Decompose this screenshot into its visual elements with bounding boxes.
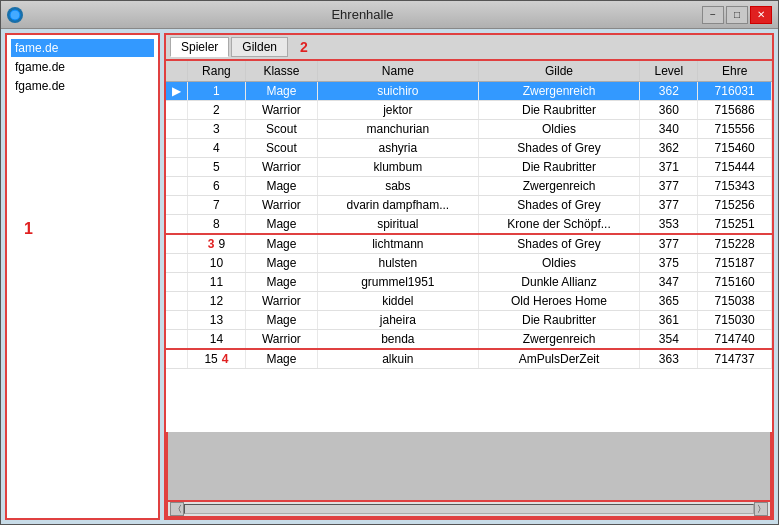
row-ehre: 715160 — [698, 273, 772, 292]
row-rank: 154 — [188, 349, 246, 369]
row-ehre: 715460 — [698, 139, 772, 158]
table-row[interactable]: 2WarriorjektorDie Raubritter360715686 — [166, 101, 772, 120]
row-gilde: Old Heroes Home — [478, 292, 640, 311]
scroll-left-button[interactable]: 〈 — [170, 502, 184, 516]
row-gilde: Die Raubritter — [478, 311, 640, 330]
row-klasse: Mage — [245, 234, 317, 254]
section-3-label: 3 — [208, 237, 215, 251]
row-ehre: 715030 — [698, 311, 772, 330]
row-rank: 7 — [188, 196, 246, 215]
row-name: sabs — [317, 177, 478, 196]
row-klasse: Mage — [245, 311, 317, 330]
row-name: jaheira — [317, 311, 478, 330]
row-ehre: 715556 — [698, 120, 772, 139]
row-gilde: Die Raubritter — [478, 101, 640, 120]
row-klasse: Warrior — [245, 101, 317, 120]
window-controls: − □ ✕ — [702, 6, 772, 24]
table-row[interactable]: 5WarriorklumbumDie Raubritter371715444 — [166, 158, 772, 177]
minimize-button[interactable]: − — [702, 6, 724, 24]
row-ehre: 715444 — [698, 158, 772, 177]
row-name: manchurian — [317, 120, 478, 139]
row-rank: 11 — [188, 273, 246, 292]
row-gilde: Oldies — [478, 254, 640, 273]
svg-point-0 — [10, 10, 20, 20]
sidebar-item-0[interactable]: fame.de — [11, 39, 154, 57]
table-scroll[interactable]: Rang Klasse Name Gilde Level Ehre ▶1Mage… — [166, 61, 772, 432]
col-level: Level — [640, 61, 698, 82]
row-level: 362 — [640, 139, 698, 158]
sidebar-label-1: 1 — [24, 220, 33, 238]
row-name: alkuin — [317, 349, 478, 369]
row-ehre: 715228 — [698, 234, 772, 254]
row-arrow — [166, 139, 188, 158]
scroll-right-button[interactable]: 〉 — [754, 502, 768, 516]
table-row[interactable]: 10MagehulstenOldies375715187 — [166, 254, 772, 273]
table-row[interactable]: 39MagelichtmannShades of Grey377715228 — [166, 234, 772, 254]
row-arrow — [166, 330, 188, 350]
table-header-row: Rang Klasse Name Gilde Level Ehre — [166, 61, 772, 82]
row-rank: 14 — [188, 330, 246, 350]
row-level: 353 — [640, 215, 698, 235]
col-ehre: Ehre — [698, 61, 772, 82]
table-row[interactable]: 11Magegrummel1951Dunkle Allianz347715160 — [166, 273, 772, 292]
row-rank: 2 — [188, 101, 246, 120]
row-rank: 3 — [188, 120, 246, 139]
sidebar: fame.de fgame.de fgame.de 1 — [5, 33, 160, 520]
row-rank: 6 — [188, 177, 246, 196]
table-row[interactable]: 8MagespiritualKrone der Schöpf...3537152… — [166, 215, 772, 235]
row-klasse: Mage — [245, 177, 317, 196]
bottom-preview-panel — [166, 432, 772, 502]
row-gilde: Shades of Grey — [478, 196, 640, 215]
row-rank: 10 — [188, 254, 246, 273]
table-row[interactable]: 14WarriorbendaZwergenreich354714740 — [166, 330, 772, 350]
row-level: 340 — [640, 120, 698, 139]
row-name: lichtmann — [317, 234, 478, 254]
row-klasse: Warrior — [245, 196, 317, 215]
data-table: Rang Klasse Name Gilde Level Ehre ▶1Mage… — [166, 61, 772, 369]
sidebar-item-1[interactable]: fgame.de — [11, 58, 154, 76]
row-rank: 8 — [188, 215, 246, 235]
table-row[interactable]: 12WarriorkiddelOld Heroes Home365715038 — [166, 292, 772, 311]
row-arrow — [166, 234, 188, 254]
maximize-button[interactable]: □ — [726, 6, 748, 24]
row-ehre: 715251 — [698, 215, 772, 235]
table-row[interactable]: 7Warriordvarin dampfham...Shades of Grey… — [166, 196, 772, 215]
col-rang: Rang — [188, 61, 246, 82]
row-ehre: 715187 — [698, 254, 772, 273]
table-area: Rang Klasse Name Gilde Level Ehre ▶1Mage… — [164, 59, 774, 520]
row-level: 377 — [640, 234, 698, 254]
table-row[interactable]: ▶1MagesuichiroZwergenreich362716031 — [166, 82, 772, 101]
row-name: spiritual — [317, 215, 478, 235]
row-klasse: Mage — [245, 215, 317, 235]
sidebar-item-2[interactable]: fgame.de — [11, 77, 154, 95]
row-arrow — [166, 101, 188, 120]
row-name: klumbum — [317, 158, 478, 177]
row-name: ashyria — [317, 139, 478, 158]
table-row[interactable]: 3ScoutmanchurianOldies340715556 — [166, 120, 772, 139]
row-arrow — [166, 120, 188, 139]
row-klasse: Scout — [245, 139, 317, 158]
row-level: 371 — [640, 158, 698, 177]
tabs-label-2: 2 — [300, 39, 308, 55]
row-klasse: Warrior — [245, 158, 317, 177]
window-title: Ehrenhalle — [23, 7, 702, 22]
row-ehre: 716031 — [698, 82, 772, 101]
row-gilde: Zwergenreich — [478, 82, 640, 101]
tabs-area: Spieler Gilden 2 — [164, 33, 774, 59]
table-row[interactable]: 6MagesabsZwergenreich377715343 — [166, 177, 772, 196]
table-row[interactable]: 4ScoutashyriaShades of Grey362715460 — [166, 139, 772, 158]
row-level: 362 — [640, 82, 698, 101]
close-button[interactable]: ✕ — [750, 6, 772, 24]
row-gilde: Shades of Grey — [478, 234, 640, 254]
table-row[interactable]: 154MagealkuinAmPulsDerZeit363714737 — [166, 349, 772, 369]
tab-gilden[interactable]: Gilden — [231, 37, 288, 57]
row-klasse: Mage — [245, 349, 317, 369]
row-gilde: Zwergenreich — [478, 330, 640, 350]
tab-spieler[interactable]: Spieler — [170, 37, 229, 57]
row-arrow — [166, 254, 188, 273]
scrollbar-track[interactable] — [184, 504, 754, 514]
row-level: 365 — [640, 292, 698, 311]
row-arrow — [166, 215, 188, 235]
row-rank: 4 — [188, 139, 246, 158]
table-row[interactable]: 13MagejaheiraDie Raubritter361715030 — [166, 311, 772, 330]
